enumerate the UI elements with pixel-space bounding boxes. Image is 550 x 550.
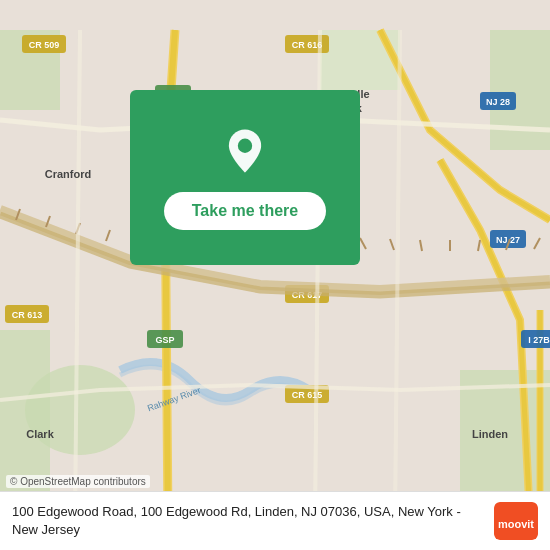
moovit-logo: moovit: [494, 502, 538, 540]
map-container: GSP GSP NJ 28 NJ 27 I 27B CR 509 CR 616 …: [0, 0, 550, 550]
moovit-icon: moovit: [494, 502, 538, 540]
svg-text:NJ 28: NJ 28: [486, 97, 510, 107]
cta-panel: Take me there: [130, 90, 360, 265]
svg-text:moovit: moovit: [498, 518, 534, 530]
svg-text:CR 613: CR 613: [12, 310, 43, 320]
svg-text:I 27B: I 27B: [528, 335, 550, 345]
take-me-there-button[interactable]: Take me there: [164, 192, 326, 230]
svg-text:CR 509: CR 509: [29, 40, 60, 50]
svg-text:Cranford: Cranford: [45, 168, 91, 180]
osm-credit-text: © OpenStreetMap contributors: [10, 476, 146, 487]
address-text: 100 Edgewood Road, 100 Edgewood Rd, Lind…: [12, 503, 484, 539]
map-background: GSP GSP NJ 28 NJ 27 I 27B CR 509 CR 616 …: [0, 0, 550, 550]
svg-text:CR 616: CR 616: [292, 40, 323, 50]
osm-credit: © OpenStreetMap contributors: [6, 475, 150, 488]
svg-text:Clark: Clark: [26, 428, 54, 440]
svg-point-5: [25, 365, 135, 455]
location-pin-icon: [219, 126, 271, 178]
svg-text:GSP: GSP: [155, 335, 174, 345]
svg-text:Linden: Linden: [472, 428, 508, 440]
svg-point-51: [238, 138, 252, 152]
bottom-bar: 100 Edgewood Road, 100 Edgewood Rd, Lind…: [0, 491, 550, 550]
